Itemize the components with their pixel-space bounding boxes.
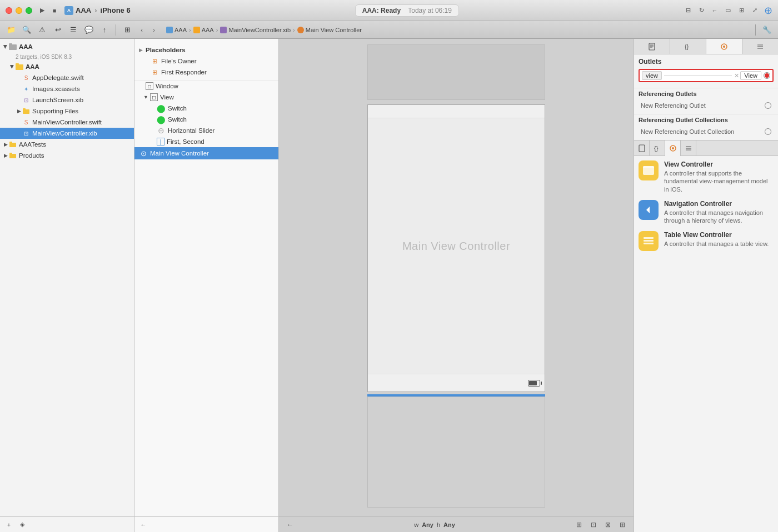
list-icon[interactable]: ☰ — [67, 23, 80, 37]
undo-icon[interactable]: ↩ — [51, 23, 64, 37]
outline-back-icon[interactable]: ← — [138, 519, 149, 530]
stop-button[interactable]: ■ — [50, 6, 59, 15]
view-icon: □ — [150, 93, 158, 101]
iphone-bottom — [368, 374, 545, 392]
obj-library-tabs: {} — [634, 140, 778, 156]
window-item[interactable]: □ Window — [134, 81, 278, 92]
breadcrumb-back[interactable]: ‹ — [136, 24, 147, 36]
split-icon[interactable]: ⊞ — [737, 6, 746, 15]
sidebar-toggle-icon[interactable]: ⊟ — [684, 6, 692, 15]
obj-item-view-controller[interactable]: View Controller A controller that suppor… — [639, 160, 774, 193]
outlets-title: Outlets — [639, 58, 774, 66]
device-label[interactable]: iPhone 6 — [101, 6, 131, 14]
search-toolbar-icon[interactable]: 🔍 — [20, 23, 33, 37]
outlet-circle-fill — [765, 73, 769, 78]
filter-icon[interactable]: ◈ — [17, 519, 28, 530]
grid-icon[interactable]: ⊞ — [617, 519, 628, 530]
back-icon[interactable]: ← — [710, 6, 719, 15]
breadcrumb-aaa-2[interactable]: AAA — [193, 27, 214, 33]
run-button[interactable]: ▶ — [38, 6, 47, 15]
sidebar-item-mainvc-swift[interactable]: S MainViewController.swift — [0, 117, 134, 128]
outline-panel: ▶ Placeholders ⊞ File's Owner ⊞ First Re… — [134, 39, 279, 532]
sidebar-item-mainvc-xib[interactable]: ⊡ MainViewController.xib — [0, 128, 134, 139]
breadcrumb-arrow-2: › — [216, 27, 218, 33]
share-icon[interactable]: ↑ — [98, 23, 111, 37]
mainvc-xib-arrow — [16, 130, 22, 137]
mvc-scene-header[interactable]: ⊙ Main View Controller — [134, 147, 278, 159]
obj-tab-file[interactable] — [634, 140, 650, 156]
object-library: {} — [634, 140, 778, 532]
breadcrumb-mvc[interactable]: Main View Controller — [297, 27, 362, 33]
breadcrumb-xib[interactable]: MainViewController.xib — [220, 27, 291, 33]
fullscreen-icon[interactable]: ⤢ — [750, 6, 759, 15]
add-file-icon[interactable]: + — [3, 519, 14, 530]
slider-label: Horizontal Slider — [168, 127, 215, 134]
tab-connections[interactable] — [706, 39, 742, 54]
slider-item[interactable]: ⊖ Horizontal Slider — [134, 125, 278, 136]
outlet-x: ✕ — [734, 72, 739, 79]
open-folder-icon[interactable]: 📁 — [4, 23, 18, 37]
sidebar-item-appdelegate[interactable]: S AppDelegate.swift — [0, 72, 134, 83]
canvas-scroll[interactable]: Main View Controller — [279, 39, 634, 516]
panel-icon[interactable]: ▭ — [724, 6, 732, 15]
outlet-value: View — [740, 71, 761, 80]
outline-content: ▶ Placeholders ⊞ File's Owner ⊞ First Re… — [134, 39, 278, 516]
obj-tab-code[interactable]: {} — [650, 140, 665, 156]
breadcrumb-forward[interactable]: › — [148, 24, 159, 36]
obj-tab-list[interactable] — [681, 140, 696, 156]
constraint-icon[interactable]: ⊡ — [588, 519, 599, 530]
products-group[interactable]: ▶ Products — [0, 150, 134, 161]
grid-view-icon[interactable]: ⊞ — [121, 23, 134, 37]
root-group[interactable]: ▶ AAA — [0, 41, 134, 52]
outlet-view-row[interactable]: view ✕ View — [639, 69, 774, 82]
tab-file[interactable] — [634, 39, 670, 54]
breadcrumb-aaa-1[interactable]: AAA — [166, 27, 187, 33]
obj-item-nav-controller[interactable]: Navigation Controller A controller that … — [639, 200, 774, 225]
outline-first-responder[interactable]: ⊞ First Responder — [134, 67, 278, 78]
view-item[interactable]: ▼ □ View — [134, 92, 278, 103]
ref-collection-circle[interactable] — [765, 128, 771, 135]
aaatests-group[interactable]: ▶ AAATests — [0, 139, 134, 150]
pin-icon[interactable]: ⊠ — [602, 519, 614, 530]
supporting-files-group[interactable]: ▶ Supporting Files — [0, 106, 134, 117]
project-icon: A — [64, 6, 73, 15]
ref-collection-row: New Referencing Outlet Collection — [639, 126, 774, 138]
sidebar-item-launchscreen[interactable]: ⊡ LaunchScreen.xib — [0, 94, 134, 106]
add-icon[interactable]: ⊕ — [764, 6, 772, 15]
refresh-icon[interactable]: ↻ — [697, 6, 706, 15]
obj-tab-circle[interactable] — [665, 140, 681, 156]
tab-code[interactable]: {} — [670, 39, 706, 54]
outline-files-owner[interactable]: ⊞ File's Owner — [134, 56, 278, 67]
canvas-back-icon[interactable]: ← — [285, 519, 296, 530]
minimize-button[interactable] — [16, 7, 22, 14]
supporting-arrow: ▶ — [16, 108, 22, 114]
ref-outlet-circle[interactable] — [765, 102, 771, 109]
outlet-circle[interactable] — [764, 72, 770, 79]
inspector-icon[interactable]: 🔧 — [760, 23, 774, 37]
aaa-group[interactable]: ▶ AAA — [0, 61, 134, 72]
canvas-bottom-center: w Any h Any — [414, 521, 455, 528]
obj-item-table-controller[interactable]: Table View Controller A controller that … — [639, 231, 774, 251]
segmented-label: First, Second — [167, 138, 205, 145]
tab-list[interactable] — [742, 39, 778, 54]
maximize-button[interactable] — [26, 7, 32, 14]
iphone-content: Main View Controller — [368, 118, 545, 374]
launch-xib-icon: ⊡ — [22, 96, 30, 104]
sidebar-item-xcassets[interactable]: ✦ Images.xcassets — [0, 83, 134, 94]
canvas-bottom-bar: ← w Any h Any ⊞ ⊡ ⊠ ⊞ — [279, 516, 634, 532]
inspector-tabs: {} — [634, 39, 778, 54]
table-icon — [639, 231, 659, 251]
warning-icon[interactable]: ⚠ — [36, 23, 49, 37]
file-tree: ▶ AAA 2 targets, iOS SDK 8.3 ▶ AAA S App… — [0, 39, 134, 516]
layout-icon[interactable]: ⊞ — [573, 519, 585, 530]
nav-icon — [639, 200, 659, 220]
window-icon: □ — [146, 82, 153, 90]
placeholders-header[interactable]: ▶ Placeholders — [134, 44, 278, 56]
battery-icon — [528, 380, 540, 387]
segmented-item[interactable]: | First, Second — [134, 136, 278, 147]
svg-rect-28 — [643, 166, 654, 168]
close-button[interactable] — [6, 7, 12, 14]
switch-item-1[interactable]: ⬤ Switch — [134, 103, 278, 114]
switch-item-2[interactable]: ⬤ Switch — [134, 114, 278, 125]
bubble-icon[interactable]: 💬 — [82, 23, 96, 37]
